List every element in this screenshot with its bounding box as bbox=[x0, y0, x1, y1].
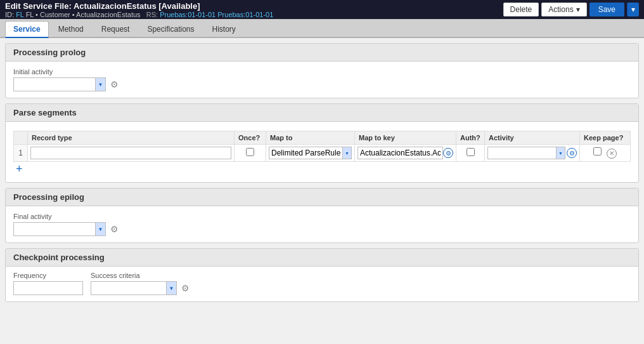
activity-gear-icon[interactable]: ⚙ bbox=[567, 148, 577, 158]
frequency-field: Frequency bbox=[13, 272, 83, 295]
parse-segments-header: Parse segments bbox=[6, 104, 638, 122]
parse-segments-body: Record type Once? Map to Map to key Auth… bbox=[6, 122, 638, 182]
col-map-to-key: Map to key bbox=[355, 131, 456, 145]
once-cell bbox=[235, 145, 266, 162]
initial-activity-field: Initial activity ⚙ bbox=[13, 68, 631, 91]
save-button[interactable]: Save bbox=[589, 3, 624, 17]
success-criteria-input-group: ⚙ bbox=[91, 281, 191, 295]
tab-specifications[interactable]: Specifications bbox=[139, 21, 202, 37]
final-activity-dropdown-arrow[interactable] bbox=[96, 222, 106, 236]
initial-activity-input-group: ⚙ bbox=[13, 77, 631, 91]
processing-prolog-section: Processing prolog Initial activity ⚙ bbox=[5, 43, 639, 98]
content-area: Processing prolog Initial activity ⚙ Par… bbox=[0, 38, 644, 344]
header-actions: Delete Actions ▾ Save ▾ bbox=[503, 3, 639, 17]
record-type-cell bbox=[28, 145, 235, 162]
col-auth: Auth? bbox=[456, 131, 485, 145]
delete-button[interactable]: Delete bbox=[503, 3, 539, 17]
once-checkbox[interactable] bbox=[246, 148, 254, 156]
checkpoint-processing-section: Checkpoint processing Frequency Success … bbox=[5, 248, 639, 302]
col-keep-page: Keep page? bbox=[580, 131, 631, 145]
header-id: ID: FLFL FL • Customer • ActualizacionEs… bbox=[5, 11, 273, 18]
map-to-key-select-wrap: ⚙ bbox=[357, 147, 453, 159]
col-num bbox=[14, 131, 28, 145]
map-to-select-wrap bbox=[269, 147, 352, 159]
actions-label: Actions bbox=[548, 5, 573, 14]
checkpoint-fields: Frequency Success criteria ⚙ bbox=[6, 267, 638, 301]
processing-prolog-header: Processing prolog bbox=[6, 44, 638, 62]
final-activity-input[interactable] bbox=[13, 222, 96, 236]
fl-value: FL bbox=[16, 11, 23, 18]
activity-select-wrap: ⚙ bbox=[487, 147, 577, 159]
map-to-input[interactable] bbox=[269, 147, 343, 159]
table-row: 1 bbox=[14, 145, 631, 162]
initial-activity-dropdown-arrow[interactable] bbox=[96, 77, 106, 91]
page-title: Edit Service File: ActualizacionEstatus … bbox=[5, 1, 273, 11]
success-criteria-field: Success criteria ⚙ bbox=[91, 272, 191, 295]
tab-service[interactable]: Service bbox=[5, 21, 49, 38]
add-row-button[interactable]: + bbox=[13, 162, 25, 176]
auth-checkbox[interactable] bbox=[467, 148, 475, 156]
tab-method[interactable]: Method bbox=[50, 21, 92, 37]
col-once: Once? bbox=[235, 131, 266, 145]
record-type-input[interactable] bbox=[30, 147, 231, 159]
col-activity: Activity bbox=[485, 131, 580, 145]
col-record-type: Record type bbox=[28, 131, 235, 145]
table-header-row: Record type Once? Map to Map to key Auth… bbox=[14, 131, 631, 145]
activity-cell: ⚙ bbox=[485, 145, 580, 162]
keep-page-checkbox[interactable] bbox=[593, 147, 602, 155]
rs-label: RS: bbox=[146, 11, 158, 18]
actions-button[interactable]: Actions ▾ bbox=[541, 3, 586, 17]
row-number: 1 bbox=[14, 145, 28, 162]
parse-segments-section: Parse segments Record type Once? Map to … bbox=[5, 103, 639, 183]
initial-activity-input[interactable] bbox=[13, 77, 96, 91]
processing-prolog-body: Initial activity ⚙ bbox=[6, 62, 638, 98]
initial-activity-label: Initial activity bbox=[13, 68, 631, 76]
save-dropdown-button[interactable]: ▾ bbox=[627, 3, 639, 17]
tab-bar: Service Method Request Specifications Hi… bbox=[0, 19, 644, 38]
checkpoint-processing-header: Checkpoint processing bbox=[6, 249, 638, 267]
initial-activity-gear-icon[interactable]: ⚙ bbox=[108, 78, 120, 91]
col-map-to: Map to bbox=[266, 131, 355, 145]
keep-page-cell: ✕ bbox=[580, 145, 631, 162]
id-label: ID: bbox=[5, 11, 14, 18]
parse-segments-table: Record type Once? Map to Map to key Auth… bbox=[13, 131, 631, 162]
map-to-key-gear-icon[interactable]: ⚙ bbox=[443, 148, 453, 158]
processing-epilog-section: Processing epilog Final activity ⚙ bbox=[5, 188, 639, 243]
map-to-dropdown-arrow[interactable] bbox=[343, 147, 352, 159]
tab-history[interactable]: History bbox=[203, 21, 243, 37]
processing-epilog-header: Processing epilog bbox=[6, 189, 638, 206]
tab-request[interactable]: Request bbox=[93, 21, 138, 37]
final-activity-gear-icon[interactable]: ⚙ bbox=[108, 223, 120, 235]
actions-chevron-icon: ▾ bbox=[576, 5, 580, 14]
final-activity-input-group: ⚙ bbox=[13, 222, 631, 236]
success-criteria-label: Success criteria bbox=[91, 272, 191, 279]
success-criteria-input[interactable] bbox=[91, 281, 167, 295]
rs-value: Pruebas:01-01-01 bbox=[160, 11, 216, 18]
map-to-key-input[interactable] bbox=[357, 147, 443, 159]
frequency-input[interactable] bbox=[13, 281, 83, 295]
processing-epilog-body: Final activity ⚙ bbox=[6, 206, 638, 242]
final-activity-label: Final activity bbox=[13, 213, 631, 220]
app-header: Edit Service File: ActualizacionEstatus … bbox=[0, 0, 644, 19]
remove-row-icon[interactable]: ✕ bbox=[607, 149, 617, 159]
frequency-label: Frequency bbox=[13, 272, 83, 279]
map-to-key-cell: ⚙ bbox=[355, 145, 456, 162]
activity-input[interactable] bbox=[487, 147, 557, 159]
success-criteria-gear-icon[interactable]: ⚙ bbox=[179, 282, 191, 294]
final-activity-field: Final activity ⚙ bbox=[13, 213, 631, 236]
activity-dropdown-arrow[interactable] bbox=[557, 147, 565, 159]
success-criteria-dropdown-arrow[interactable] bbox=[167, 281, 177, 295]
auth-cell bbox=[456, 145, 485, 162]
map-to-cell bbox=[266, 145, 355, 162]
